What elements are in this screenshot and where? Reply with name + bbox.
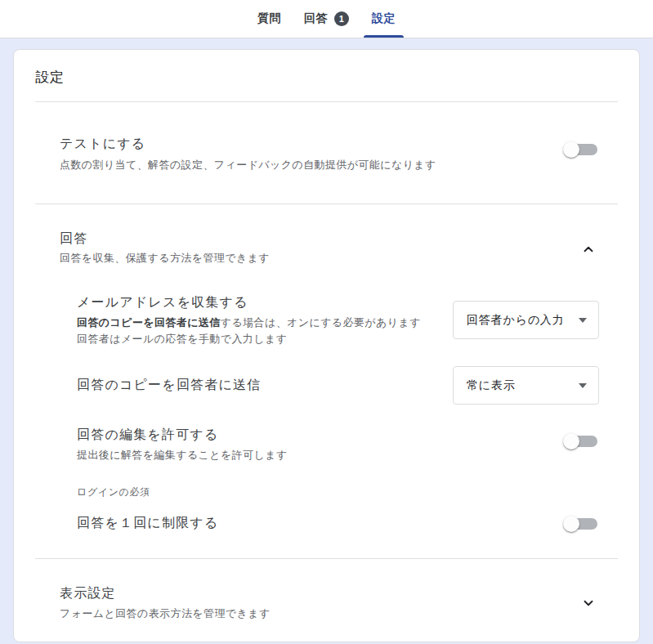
allow-edit-title: 回答の編集を許可する [77,427,219,444]
collect-email-title: メールアドレスを収集する [77,294,248,311]
quiz-toggle-title: テストにする [60,136,145,153]
collect-email-description-bold: 回答のコピーを回答者に送信 [77,316,221,329]
send-copy-dropdown-value: 常に表示 [467,378,516,393]
quiz-toggle-description: 点数の割り当て、解答の設定、フィードバックの自動提供が可能になります [60,157,436,173]
collapse-responses-chevron-up-icon[interactable] [581,242,596,257]
tab-settings-label: 設定 [372,11,396,26]
send-copy-title: 回答のコピーを回答者に送信 [77,377,261,394]
toggle-knob [563,433,579,449]
tab-bar: 質問 回答 1 設定 [0,0,653,38]
allow-edit-toggle[interactable] [563,433,597,449]
active-tab-indicator [364,35,404,38]
send-copy-dropdown[interactable]: 常に表示 [453,366,599,405]
dropdown-caret-icon [579,318,587,323]
collect-email-dropdown-value: 回答者からの入力 [467,313,564,328]
divider [35,203,618,204]
responses-section-title: 回答 [60,230,87,248]
login-required-label: ログインの必須 [77,485,150,499]
tab-responses-label: 回答 [304,11,328,26]
tab-questions[interactable]: 質問 [249,0,289,38]
responses-count-badge: 1 [334,11,349,26]
divider [35,558,618,559]
presentation-section-description: フォームと回答の表示方法を管理できます [60,606,271,622]
settings-card: 設定 テストにする 点数の割り当て、解答の設定、フィードバックの自動提供が可能に… [13,49,640,642]
toggle-knob [563,141,579,158]
tab-questions-label: 質問 [257,11,281,26]
allow-edit-description: 提出後に解答を編集することを許可します [77,447,288,463]
collect-email-dropdown[interactable]: 回答者からの入力 [453,301,599,339]
collect-email-description-line2: 回答者はメールの応答を手動で入力します [77,331,287,347]
dropdown-caret-icon [579,383,587,388]
limit-one-response-toggle[interactable] [563,516,597,532]
collect-email-description-rest: する場合は、オンにする必要があります [221,316,421,329]
expand-presentation-chevron-down-icon[interactable] [581,596,596,610]
quiz-toggle[interactable] [563,141,597,158]
tab-responses[interactable]: 回答 1 [296,0,357,38]
toggle-knob [563,516,579,532]
tab-settings[interactable]: 設定 [364,0,404,38]
responses-section-description: 回答を収集、保護する方法を管理できます [60,250,270,266]
limit-one-response-title: 回答を１回に制限する [77,515,219,532]
divider [35,101,618,102]
presentation-section-title: 表示設定 [60,585,116,602]
page-title: 設定 [35,68,65,87]
